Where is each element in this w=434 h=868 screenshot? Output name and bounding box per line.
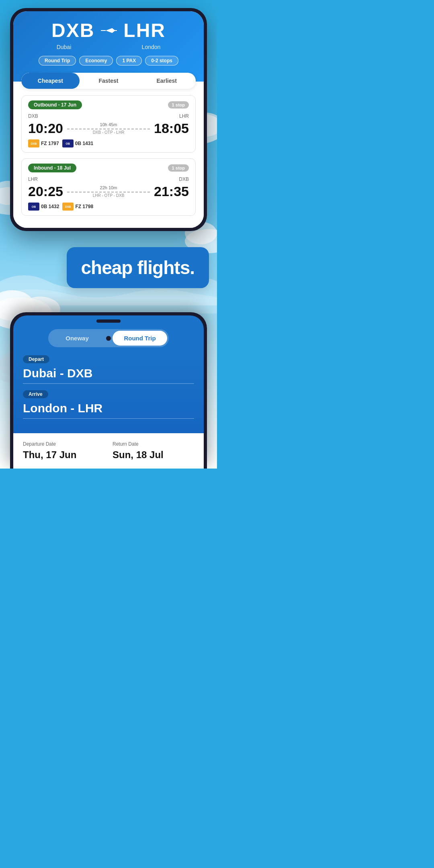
inbound-route-line: 22h 10m LHR - OTP - DXB [63,185,154,198]
flights-area: Outbound - 17 Jun 1 stop DXB LHR 10:20 1… [13,89,204,228]
outbound-destination: LHR [179,113,189,119]
outbound-airlines: DXB FZ 1797 OB 0B 1431 [28,139,189,147]
outbound-badge: Outbound - 17 Jun [28,100,82,109]
inbound-stop-badge: 1 stop [168,164,189,172]
outbound-origin: DXB [28,113,38,119]
destination-city: London [142,44,161,50]
outbound-arr-time: 18:05 [154,121,189,136]
outbound-route-line: 10h 45m DXB - OTP - LHR [63,122,154,135]
tab-earliest[interactable]: Earliest [137,73,196,89]
toggle-container: Oneway Round Trip [48,329,169,347]
inbound-duration: 22h 10m [100,185,117,190]
phone1-header: DXB LHR Dubai London [13,11,204,82]
arrive-value[interactable]: London - LHR [23,401,194,419]
origin-city: Dubai [57,44,72,50]
inbound-via: LHR - OTP - DXB [93,193,125,198]
filter-round-trip[interactable]: Round Trip [39,56,76,66]
outbound-airline-1-logo: DXB [28,139,39,147]
tab-fastest[interactable]: Fastest [80,73,138,89]
inbound-airline-1-logo: OB [28,203,39,211]
notch-bar [13,315,204,325]
inbound-badge: Inbound - 18 Jul [28,164,76,172]
inbound-arr-time: 21:35 [154,184,189,199]
outbound-dashed-line [67,129,150,129]
cheap-flights-box: cheap flights. [67,247,209,288]
outbound-duration: 10h 45m [100,122,117,127]
depart-group: Depart Dubai - DXB [23,355,194,384]
search-form: Depart Dubai - DXB Arrive London - LHR [13,355,204,433]
toggle-roundtrip[interactable]: Round Trip [113,331,167,346]
arrive-label: Arrive [23,390,48,398]
departure-date-value: Thu, 17 Jun [23,449,104,461]
toggle-dot [106,336,111,341]
destination-code: LHR [123,19,166,41]
inbound-airline-1-code: 0B 1432 [41,204,59,209]
inbound-destination: DXB [179,176,189,182]
inbound-airline-2: DXB FZ 1798 [62,203,93,211]
filter-economy[interactable]: Economy [79,56,113,66]
outbound-airline-1-code: FZ 1797 [41,141,59,146]
depart-label: Depart [23,355,49,363]
filter-tags: Round Trip Economy 1 PAX 0-2 stops [21,56,196,66]
inbound-airline-2-logo: DXB [62,203,74,211]
sort-tabs: Cheapest Fastest Earliest [21,73,196,89]
depart-value[interactable]: Dubai - DXB [23,366,194,384]
return-date-col[interactable]: Return Date Sun, 18 Jul [113,441,194,461]
inbound-airline-1: OB 0B 1432 [28,203,59,211]
inbound-airlines: OB 0B 1432 DXB FZ 1798 [28,203,189,211]
filter-pax[interactable]: 1 PAX [116,56,142,66]
phone2: Oneway Round Trip Depart Dubai - DXB Arr… [10,312,207,469]
outbound-airline-2-code: 0B 1431 [75,141,93,146]
departure-date-label: Departure Date [23,441,104,447]
outbound-airline-2: OB 0B 1431 [62,139,93,147]
outbound-stop-badge: 1 stop [168,101,189,108]
inbound-dashed-line [67,192,150,192]
trip-type-toggle[interactable]: Oneway Round Trip [13,325,204,355]
phone1: DXB LHR Dubai London [10,8,207,231]
tab-cheapest[interactable]: Cheapest [21,73,80,89]
filter-stops[interactable]: 0-2 stops [145,56,178,66]
inbound-dep-time: 20:25 [28,184,63,199]
cheap-flights-text: cheap flights. [81,257,194,278]
origin-code: DXB [51,19,94,41]
departure-date-col[interactable]: Departure Date Thu, 17 Jun [23,441,104,461]
outbound-via: DXB - OTP - LHR [93,130,125,135]
return-date-value: Sun, 18 Jul [113,449,194,461]
outbound-airline-2-logo: OB [62,139,74,147]
inbound-airline-2-code: FZ 1798 [75,204,93,209]
date-row: Departure Date Thu, 17 Jun Return Date S… [13,433,204,469]
phone-notch [96,319,121,323]
outbound-flight-card: Outbound - 17 Jun 1 stop DXB LHR 10:20 1… [21,95,196,153]
toggle-oneway[interactable]: Oneway [50,331,104,346]
inbound-origin: LHR [28,176,38,182]
outbound-airline-1: DXB FZ 1797 [28,139,59,147]
return-date-label: Return Date [113,441,194,447]
arrive-group: Arrive London - LHR [23,390,194,419]
inbound-flight-card: Inbound - 18 Jul 1 stop LHR DXB 20:25 22… [21,158,196,216]
mid-section: cheap flights. [0,231,217,312]
outbound-dep-time: 10:20 [28,121,63,136]
plane-icon [101,27,117,35]
